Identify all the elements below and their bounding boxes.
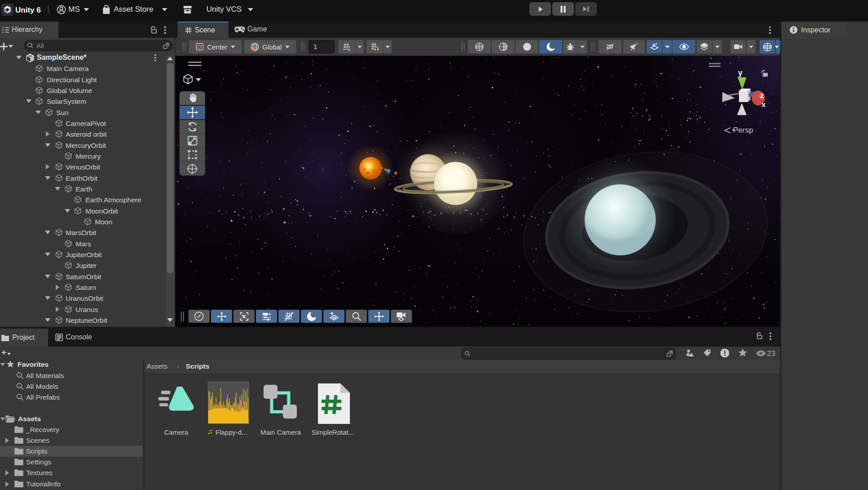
svg-text:x: x: [761, 100, 766, 109]
svg-text:y: y: [738, 68, 743, 77]
svg-text:z: z: [760, 91, 764, 100]
svg-text:Y: Y: [348, 47, 351, 52]
